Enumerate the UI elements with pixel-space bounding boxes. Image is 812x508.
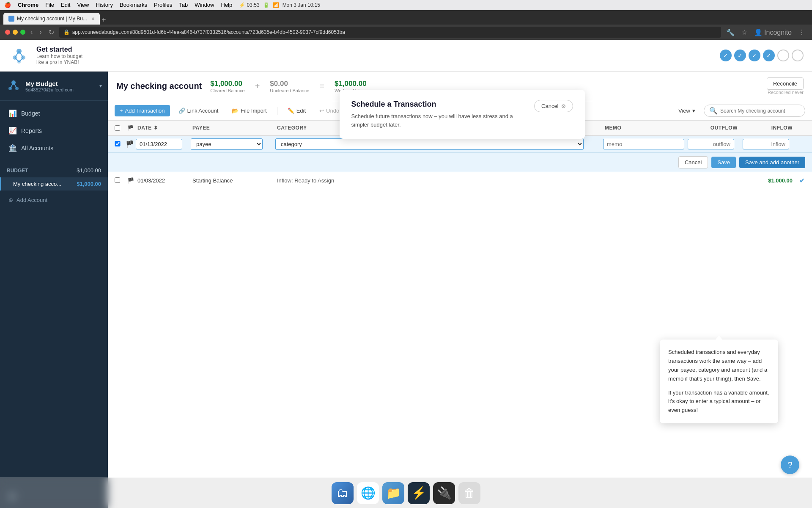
row-clear-cell: ✔	[796, 172, 809, 189]
new-row-date-input[interactable]	[136, 139, 182, 149]
sidebar-item-budget[interactable]: 📊 Budget	[2, 105, 106, 121]
new-tab-btn[interactable]: +	[102, 16, 106, 25]
sidebar-account-header[interactable]: My Budget 5d485270@uifeed.com ▾	[0, 72, 108, 101]
new-row-category-select[interactable]: category	[275, 138, 584, 150]
get-started-desc2: like a pro in YNAB!	[36, 59, 82, 65]
profile-btn[interactable]: 👤 Incognito	[752, 28, 793, 37]
modal-desc: Schedule future transactions now – you w…	[351, 112, 526, 129]
row-inflow: $1,000.00	[741, 173, 796, 188]
mac-menu-bar: 🍎 Chrome File Edit View History Bookmark…	[0, 0, 812, 10]
sidebar-account-item-amount: $1,000.00	[77, 181, 101, 187]
menu-view[interactable]: View	[77, 2, 89, 8]
new-row-inflow-input[interactable]	[743, 139, 789, 149]
extensions-btn[interactable]: 🔧	[724, 28, 736, 37]
row-flag-cell: 🏴	[124, 173, 134, 188]
forward-btn[interactable]: ›	[38, 28, 43, 37]
sidebar-item-reports[interactable]: 📈 Reports	[2, 122, 106, 139]
back-btn[interactable]: ‹	[29, 28, 34, 37]
progress-dot-3[interactable]: ✓	[749, 50, 760, 61]
tab-close-btn[interactable]: ×	[91, 15, 95, 22]
row-category: Inflow: Ready to Assign	[274, 173, 601, 188]
svg-line-6	[15, 58, 19, 62]
sidebar-account-name: My Budget	[25, 80, 95, 87]
menu-file[interactable]: File	[45, 2, 54, 8]
dock-ynab[interactable]: ⚡	[408, 482, 430, 504]
new-row-flag-cell: 🏴	[124, 138, 134, 151]
new-row-checkbox[interactable]	[113, 141, 122, 146]
sidebar-logo	[6, 78, 21, 94]
minimize-window-btn[interactable]	[13, 30, 18, 35]
sidebar-item-budget-label: Budget	[21, 110, 40, 117]
sidebar-item-all-accounts[interactable]: 🏦 All Accounts	[2, 140, 106, 156]
save-transaction-btn[interactable]: Save	[711, 157, 736, 168]
add-account-btn[interactable]: ⊕ Add Account	[2, 193, 106, 207]
menu-edit[interactable]: Edit	[61, 2, 70, 8]
mac-status-icons: ⚡ 03:53 🔋 📶 Mon 3 Jan 10:15	[239, 2, 320, 8]
sidebar-chevron-icon: ▾	[99, 83, 102, 89]
new-row-memo-input[interactable]	[603, 139, 684, 149]
sidebar-section-amount: $1,000.00	[77, 167, 101, 174]
sidebar-account-item-checking[interactable]: My checking acco... $1,000.00	[0, 177, 108, 190]
dock-folder[interactable]: 📁	[382, 482, 404, 504]
sidebar-account-info: My Budget 5d485270@uifeed.com	[25, 80, 95, 92]
tab-title: My checking account | My Bu...	[17, 16, 87, 22]
menu-history[interactable]: History	[96, 2, 112, 8]
get-started-desc1: Learn how to budget	[36, 53, 82, 59]
dock-trash[interactable]: 🗑	[458, 482, 480, 504]
row-flag-icon: 🏴	[127, 177, 134, 184]
progress-dot-4[interactable]: ✓	[763, 50, 775, 61]
new-row-payee-select[interactable]: payee	[191, 138, 263, 150]
reload-btn[interactable]: ↻	[47, 28, 56, 37]
menu-btn[interactable]: ⋮	[797, 28, 807, 37]
tooltip-popup: Scheduled transactions and everyday tran…	[660, 340, 778, 423]
modal-cancel-btn[interactable]: Cancel ⊗	[534, 100, 573, 112]
active-tab[interactable]: My checking account | My Bu... ×	[3, 13, 100, 25]
cancel-label: Cancel	[541, 103, 558, 109]
progress-dot-2[interactable]: ✓	[734, 50, 746, 61]
menu-chrome[interactable]: Chrome	[18, 2, 38, 8]
apple-menu[interactable]: 🍎	[4, 2, 11, 8]
sidebar-account-item-name: My checking acco...	[13, 181, 61, 187]
cancel-transaction-btn[interactable]: Cancel	[678, 156, 708, 168]
row-checkbox[interactable]	[115, 177, 120, 183]
menu-tab[interactable]: Tab	[179, 2, 188, 8]
ynab-logo	[8, 45, 30, 66]
dock-chrome[interactable]: 🌐	[357, 482, 379, 504]
address-bar[interactable]: 🔒 app.youneedabudget.com/88d9501d-fd6b-4…	[59, 27, 721, 38]
progress-dot-5[interactable]	[777, 50, 789, 61]
row-memo	[601, 177, 686, 185]
cancel-x-icon: ⊗	[561, 103, 566, 109]
table-row: 🏴 01/03/2022 Starting Balance Inflow: Re…	[108, 172, 812, 189]
url-text: app.youneedabudget.com/88d9501d-fd6b-44e…	[72, 29, 345, 35]
row-checkbox-cell	[111, 173, 124, 188]
tab-favicon	[8, 16, 14, 22]
menu-help[interactable]: Help	[221, 2, 233, 8]
progress-dots: ✓ ✓ ✓ ✓	[720, 50, 804, 61]
menu-window[interactable]: Window	[195, 2, 214, 8]
menu-profiles[interactable]: Profiles	[154, 2, 172, 8]
progress-dot-6[interactable]	[792, 50, 804, 61]
dock-app4[interactable]: 🔌	[433, 482, 455, 504]
new-row-clear-cell	[796, 142, 809, 147]
close-window-btn[interactable]	[5, 30, 10, 35]
new-row-flag-icon: 🏴	[126, 141, 134, 148]
bookmark-btn[interactable]: ☆	[740, 28, 749, 37]
progress-dot-1[interactable]: ✓	[720, 50, 732, 61]
sidebar-account-email: 5d485270@uifeed.com	[25, 87, 95, 92]
schedule-modal-overlay: Schedule a Transaction Schedule future t…	[112, 81, 812, 139]
tab-bar: My checking account | My Bu... × +	[0, 10, 812, 25]
reports-icon: 📈	[8, 127, 17, 135]
new-row-outflow-input[interactable]	[688, 139, 734, 149]
tooltip-arrow	[716, 335, 722, 340]
fullscreen-window-btn[interactable]	[20, 30, 25, 35]
save-add-transaction-btn[interactable]: Save and add another	[739, 157, 805, 168]
clear-icon[interactable]: ✔	[799, 177, 805, 184]
dock-finder[interactable]: 🗂	[332, 482, 354, 504]
help-btn[interactable]: ?	[781, 456, 799, 474]
sidebar-nav: 📊 Budget 📈 Reports 🏦 All Accounts	[0, 101, 108, 160]
get-started-text: Get started Learn how to budget like a p…	[36, 46, 82, 65]
menu-bookmarks[interactable]: Bookmarks	[120, 2, 147, 8]
all-accounts-icon: 🏦	[8, 144, 17, 152]
traffic-lights	[5, 30, 25, 35]
transaction-table: 🏴 DATE ⬍ PAYEE CATEGORY MEMO OUTFLOW INF…	[108, 121, 812, 508]
